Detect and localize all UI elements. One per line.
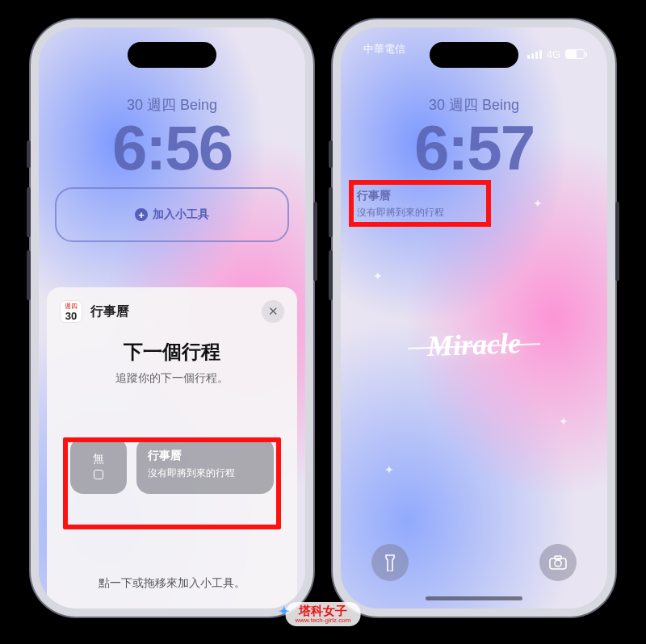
screen-right: 中華電信 4G 30 週四 Being 6:57 行事曆 沒有即將到來的行程 ✦… [341,27,607,608]
volume-up-button [329,187,333,237]
camera-button[interactable] [539,544,577,581]
phone-left: 30 週四 Being 6:56 + 加入小工具 週四 30 行事曆 ✕ 下一 [31,19,313,617]
watermark: ✦ 塔科女子 www.tech-girlz.com [286,602,361,626]
calendar-widget[interactable]: 行事曆 沒有即將到來的行程 [357,189,444,220]
sheet-hint: 點一下或拖移來加入小工具。 [47,576,297,591]
signal-icon [527,50,542,59]
sheet-title: 下一個行程 [60,339,284,365]
mute-switch [27,140,31,168]
svg-point-1 [555,560,561,567]
widget-picker-sheet: 週四 30 行事曆 ✕ 下一個行程 追蹤你的下一個行程。 無 [47,287,297,608]
close-button[interactable]: ✕ [262,300,284,323]
widget-preview-small[interactable]: 無 [70,437,127,494]
close-icon: ✕ [268,304,279,319]
home-indicator[interactable] [426,596,522,600]
power-button [615,202,619,281]
sparkle-icon: ✦ [559,415,568,428]
sparkle-icon: ✦ [384,463,394,476]
calendar-icon [94,470,103,479]
sparkle-icon: ✦ [373,270,383,282]
plus-icon: + [135,208,148,221]
network-label: 4G [547,48,560,61]
dynamic-island [430,42,518,68]
flashlight-icon [383,554,397,571]
calendar-app-icon: 週四 30 [60,300,82,323]
wallpaper-text: Miracle [426,326,521,363]
add-widget-button[interactable]: + 加入小工具 [55,187,289,242]
volume-down-button [329,250,333,300]
power-button [313,202,317,281]
carrier-label: 中華電信 [363,42,405,66]
sheet-subtitle: 追蹤你的下一個行程。 [60,371,284,386]
volume-up-button [27,187,31,237]
sparkle-icon: ✦ [279,604,289,619]
phone-right: 中華電信 4G 30 週四 Being 6:57 行事曆 沒有即將到來的行程 ✦… [333,19,615,617]
svg-rect-2 [555,556,561,559]
screen-left: 30 週四 Being 6:56 + 加入小工具 週四 30 行事曆 ✕ 下一 [39,27,305,608]
add-widget-label: 加入小工具 [153,207,209,222]
camera-icon [549,555,567,570]
lockscreen-time[interactable]: 6:57 [341,111,607,185]
flashlight-button[interactable] [371,544,409,581]
sheet-app-name: 行事曆 [90,303,129,320]
mute-switch [329,140,333,168]
battery-icon [565,49,585,59]
lockscreen-time[interactable]: 6:56 [39,111,305,185]
volume-down-button [27,250,31,300]
dynamic-island [128,42,216,68]
widget-preview-large[interactable]: 行事曆 沒有即將到來的行程 [136,437,274,494]
sparkle-icon: ✦ [533,197,543,210]
